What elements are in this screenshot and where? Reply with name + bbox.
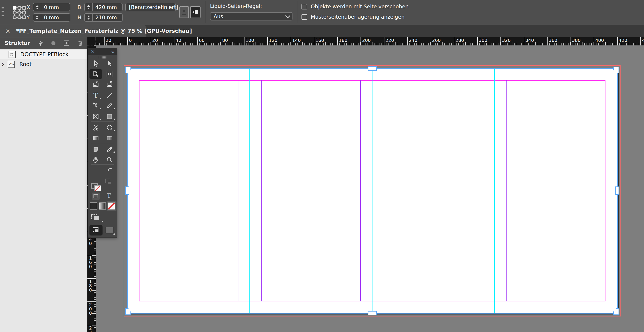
page-tool[interactable] xyxy=(90,69,102,79)
ruler-tick: 360 xyxy=(547,37,548,45)
rectangle-tool[interactable] xyxy=(103,112,116,121)
y-label: Y: xyxy=(26,15,31,20)
indesign-window: X: 0 mm Y: 0 mm B: 420 mm H: 210 mm [Ben… xyxy=(0,0,644,332)
master-overlay-label: Musterseitenüberlagerung anzeigen xyxy=(311,14,404,20)
validate-lightning-icon[interactable] xyxy=(38,40,43,46)
control-bar: X: 0 mm Y: 0 mm B: 420 mm H: 210 mm [Ben… xyxy=(0,0,644,25)
chevron-down-icon xyxy=(285,13,290,18)
close-icon[interactable]: × xyxy=(91,49,95,54)
doctype-icon xyxy=(8,51,16,58)
apply-none-button[interactable] xyxy=(106,201,116,211)
ruler-tick: 20 xyxy=(104,37,104,45)
content-placer-tool[interactable] xyxy=(103,79,116,89)
tab-title: *PF_Template_Nutzen_Fensterfalz @ 75 % [… xyxy=(16,28,192,34)
preview-mode-button[interactable] xyxy=(106,227,113,233)
element-tag-icon: <> xyxy=(8,61,15,68)
ruler-tick: 0 xyxy=(127,37,128,45)
selection-tool[interactable] xyxy=(103,59,116,69)
tab-close-icon[interactable]: × xyxy=(6,28,10,34)
objects-move-checkbox[interactable] xyxy=(302,4,307,9)
record-circle-icon[interactable] xyxy=(52,41,56,45)
x-stepper[interactable] xyxy=(33,3,41,11)
document-tab[interactable]: × *PF_Template_Nutzen_Fensterfalz @ 75 %… xyxy=(0,25,146,37)
frame-tool[interactable] xyxy=(90,112,102,121)
default-fill-stroke-icon[interactable] xyxy=(105,178,110,183)
page-midpoint-handle-left[interactable] xyxy=(125,186,129,195)
gap-tool[interactable] xyxy=(103,69,116,79)
page-size-preset-dropdown[interactable]: [Benutzerdefiniert] xyxy=(125,3,176,11)
ruler-tick: 180 xyxy=(337,37,338,45)
ruler-tick: 100 xyxy=(244,37,244,45)
reference-point-proxy-icon[interactable] xyxy=(12,6,26,19)
add-element-icon[interactable] xyxy=(64,40,70,46)
normal-view-mode-button[interactable] xyxy=(90,225,102,235)
collapse-icon[interactable]: « xyxy=(111,49,114,54)
fill-proxy-swatch-none[interactable] xyxy=(94,185,101,191)
line-tool[interactable] xyxy=(103,91,116,100)
ruler-tick: 180 xyxy=(88,278,96,279)
structure-panel: Struktur DOCTYPE PFBlock xyxy=(0,37,88,332)
separator xyxy=(206,1,206,23)
eyedropper-tool[interactable] xyxy=(103,145,116,154)
master-overlay-checkbox-row: Musterseitenüberlagerung anzeigen xyxy=(302,14,404,20)
ruler-tick: 380 xyxy=(570,37,571,45)
ruler-tick: 300 xyxy=(477,37,478,45)
width-field[interactable]: 420 mm xyxy=(84,3,122,11)
format-affects-text-button[interactable]: T xyxy=(105,192,113,199)
ruler-tick: 280 xyxy=(454,37,454,45)
y-field[interactable]: 0 mm xyxy=(33,13,70,22)
trash-icon[interactable] xyxy=(78,40,83,46)
gradient-swatch-tool[interactable] xyxy=(90,133,102,143)
apply-gradient-button[interactable] xyxy=(99,202,106,210)
ruler-tick: 220 xyxy=(384,37,384,45)
free-transform-tool[interactable] xyxy=(103,123,116,133)
page-midpoint-handle-top[interactable] xyxy=(368,66,377,71)
hand-tool[interactable] xyxy=(90,155,102,165)
pen-tool[interactable] xyxy=(90,101,102,110)
tools-panel-header: × « xyxy=(88,48,117,55)
y-value[interactable]: 0 mm xyxy=(41,15,59,20)
panel-grip[interactable] xyxy=(2,7,4,18)
pencil-tool[interactable] xyxy=(103,101,116,110)
note-tool[interactable] xyxy=(90,145,102,154)
master-overlay-checkbox[interactable] xyxy=(302,14,307,20)
ruler-tick: 420 xyxy=(617,37,618,45)
gradient-feather-tool[interactable] xyxy=(103,133,116,143)
panel-grip[interactable] xyxy=(99,56,107,58)
format-affects-container-button[interactable] xyxy=(92,192,100,200)
objects-move-checkbox-row: Objekte werden mit Seite verschoben xyxy=(302,3,408,9)
y-stepper[interactable] xyxy=(33,14,41,21)
width-stepper[interactable] xyxy=(85,3,92,11)
content-collector-tool[interactable] xyxy=(90,79,102,89)
apply-color-button[interactable] xyxy=(90,202,97,210)
liquid-rule-label: Liquid-Seiten-Regel: xyxy=(210,3,262,9)
ruler-tick: 400 xyxy=(594,37,594,45)
x-label: X: xyxy=(26,4,32,10)
liquid-rule-dropdown[interactable]: Aus xyxy=(210,12,292,20)
swap-fill-stroke-icon[interactable] xyxy=(107,166,113,172)
portrait-orientation-button[interactable] xyxy=(179,6,189,18)
structure-item-doctype[interactable]: DOCTYPE PFBlock xyxy=(0,50,87,59)
expander-chevron-icon[interactable]: › xyxy=(0,61,6,68)
frame-edges-icon[interactable] xyxy=(91,214,101,221)
height-stepper[interactable] xyxy=(85,14,92,21)
page-midpoint-handle-right[interactable] xyxy=(615,186,619,195)
portrait-icon xyxy=(181,9,187,15)
height-field[interactable]: 210 mm xyxy=(84,13,122,22)
height-value[interactable]: 210 mm xyxy=(92,15,117,20)
page-selection-outline xyxy=(127,68,618,314)
page-midpoint-handle-bottom[interactable] xyxy=(368,311,377,315)
ruler-origin-box[interactable] xyxy=(88,37,96,45)
landscape-orientation-button[interactable] xyxy=(190,6,200,18)
ruler-tick: 160 xyxy=(88,255,96,255)
x-value[interactable]: 0 mm xyxy=(41,4,59,10)
width-value[interactable]: 420 mm xyxy=(92,4,117,10)
zoom-tool[interactable] xyxy=(103,155,116,165)
x-field[interactable]: 0 mm xyxy=(33,3,70,11)
structure-item-root[interactable]: › <> Root xyxy=(0,60,87,69)
type-tool[interactable]: T xyxy=(90,91,102,100)
scissors-tool[interactable] xyxy=(90,123,102,133)
horizontal-ruler[interactable]: 2002040608010012014016018020022024026028… xyxy=(96,37,644,45)
direct-selection-tool[interactable] xyxy=(90,59,102,69)
structure-item-label: DOCTYPE PFBlock xyxy=(20,51,68,58)
